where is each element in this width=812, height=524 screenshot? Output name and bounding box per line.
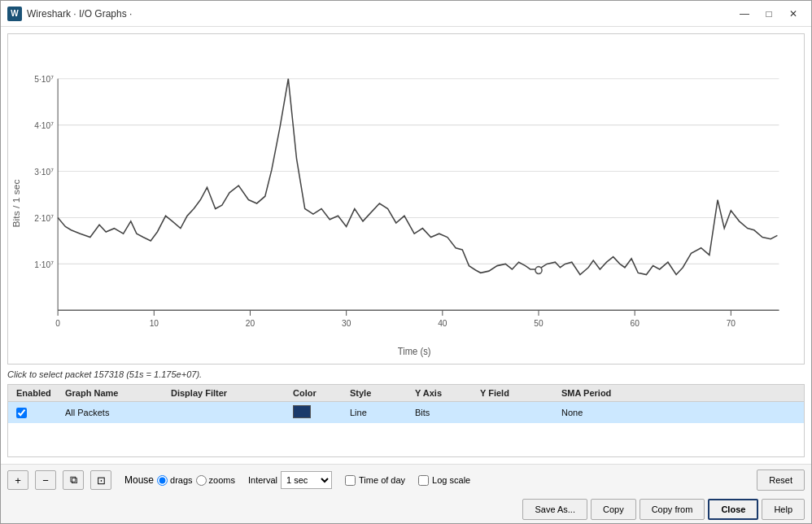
time-of-day-label: Time of day xyxy=(359,475,405,485)
interval-select[interactable]: 1 sec 10 ms 100 ms 10 sec 1 min xyxy=(281,471,332,489)
svg-text:40: 40 xyxy=(438,318,447,328)
svg-text:3·10⁷: 3·10⁷ xyxy=(34,167,54,177)
col-sma: SMA Period xyxy=(558,387,656,399)
row-color-swatch xyxy=(293,405,311,418)
main-window: W Wireshark · I/O Graphs · — □ ✕ Bits / … xyxy=(0,0,812,524)
log-scale-checkbox[interactable] xyxy=(418,475,429,486)
window-title: Wireshark · I/O Graphs · xyxy=(27,8,733,20)
zooms-radio[interactable] xyxy=(196,475,207,486)
copy-from-button[interactable]: Copy from xyxy=(640,499,705,520)
row-style: Line xyxy=(347,407,412,418)
window-controls: — □ ✕ xyxy=(733,5,805,23)
col-style: Style xyxy=(347,387,412,399)
status-text: Click to select packet 157318 (51s = 1.1… xyxy=(7,369,202,379)
row-enabled-cell[interactable] xyxy=(13,407,62,419)
help-button[interactable]: Help xyxy=(762,499,805,520)
clear-graph-button[interactable]: ⊡ xyxy=(90,470,111,490)
mouse-label: Mouse xyxy=(124,474,154,486)
row-enabled-checkbox[interactable] xyxy=(16,408,27,418)
mouse-mode-group: Mouse drags zooms xyxy=(124,474,235,486)
copy-graph-button[interactable]: ⧉ xyxy=(63,470,84,490)
col-display-filter: Display Filter xyxy=(168,387,290,399)
copy-button[interactable]: Copy xyxy=(591,499,636,520)
svg-text:0: 0 xyxy=(55,318,60,328)
interval-label: Interval xyxy=(248,475,277,485)
col-graph-name: Graph Name xyxy=(62,387,168,399)
svg-text:Time (s): Time (s) xyxy=(398,346,431,356)
svg-point-31 xyxy=(535,267,542,274)
remove-graph-button[interactable]: − xyxy=(35,470,56,490)
io-graph-svg: Bits / 1 sec Time (s) 5·10⁷ 4·10⁷ 3·10⁷ … xyxy=(8,34,804,364)
col-yaxis: Y Axis xyxy=(412,387,477,399)
log-scale-label: Log scale xyxy=(432,475,470,485)
table-header: Enabled Graph Name Display Filter Color … xyxy=(8,385,804,402)
drags-radio[interactable] xyxy=(157,475,168,486)
svg-text:30: 30 xyxy=(342,318,351,328)
bottom-controls: + − ⧉ ⊡ Mouse drags zooms Interval 1 sec xyxy=(1,464,811,496)
title-bar: W Wireshark · I/O Graphs · — □ ✕ xyxy=(1,1,811,27)
app-icon: W xyxy=(7,7,22,21)
maximize-button[interactable]: □ xyxy=(757,5,780,23)
col-yfield: Y Field xyxy=(477,387,558,399)
svg-text:70: 70 xyxy=(727,318,736,328)
svg-text:2·10⁷: 2·10⁷ xyxy=(34,213,54,223)
time-of-day-group: Time of day xyxy=(345,475,405,486)
table-row[interactable]: All Packets Line Bits None xyxy=(8,402,804,423)
close-button[interactable]: Close xyxy=(708,499,758,520)
svg-text:60: 60 xyxy=(631,318,640,328)
svg-text:4·10⁷: 4·10⁷ xyxy=(34,120,54,130)
svg-text:10: 10 xyxy=(150,318,159,328)
graph-table: Enabled Graph Name Display Filter Color … xyxy=(7,384,805,457)
svg-text:1·10⁷: 1·10⁷ xyxy=(34,259,54,269)
drags-label[interactable]: drags xyxy=(157,475,193,486)
row-yfield xyxy=(477,412,558,413)
svg-text:20: 20 xyxy=(246,318,255,328)
zooms-label[interactable]: zooms xyxy=(196,475,235,486)
col-enabled: Enabled xyxy=(13,387,62,399)
footer-action-buttons: Save As... Copy Copy from Close Help xyxy=(522,499,805,520)
row-sma: None xyxy=(558,407,656,418)
row-graph-name: All Packets xyxy=(62,407,168,418)
row-color-cell xyxy=(290,404,347,421)
interval-group: Interval 1 sec 10 ms 100 ms 10 sec 1 min xyxy=(248,471,332,489)
svg-text:50: 50 xyxy=(534,318,543,328)
reset-button[interactable]: Reset xyxy=(757,469,805,491)
add-graph-button[interactable]: + xyxy=(7,470,28,490)
status-bar: Click to select packet 157318 (51s = 1.1… xyxy=(7,368,805,381)
close-window-button[interactable]: ✕ xyxy=(782,5,805,23)
time-of-day-checkbox[interactable] xyxy=(345,475,356,486)
row-display-filter xyxy=(168,412,290,413)
col-color: Color xyxy=(290,387,347,399)
minimize-button[interactable]: — xyxy=(733,5,756,23)
chart-area[interactable]: Bits / 1 sec Time (s) 5·10⁷ 4·10⁷ 3·10⁷ … xyxy=(7,33,805,365)
svg-text:5·10⁷: 5·10⁷ xyxy=(34,74,54,84)
main-content: Bits / 1 sec Time (s) 5·10⁷ 4·10⁷ 3·10⁷ … xyxy=(1,27,811,464)
save-as-button[interactable]: Save As... xyxy=(522,499,587,520)
row-yaxis: Bits xyxy=(412,407,477,418)
footer-buttons: Save As... Copy Copy from Close Help xyxy=(1,496,811,523)
svg-text:Bits / 1 sec: Bits / 1 sec xyxy=(11,179,22,227)
log-scale-group: Log scale xyxy=(418,475,470,486)
